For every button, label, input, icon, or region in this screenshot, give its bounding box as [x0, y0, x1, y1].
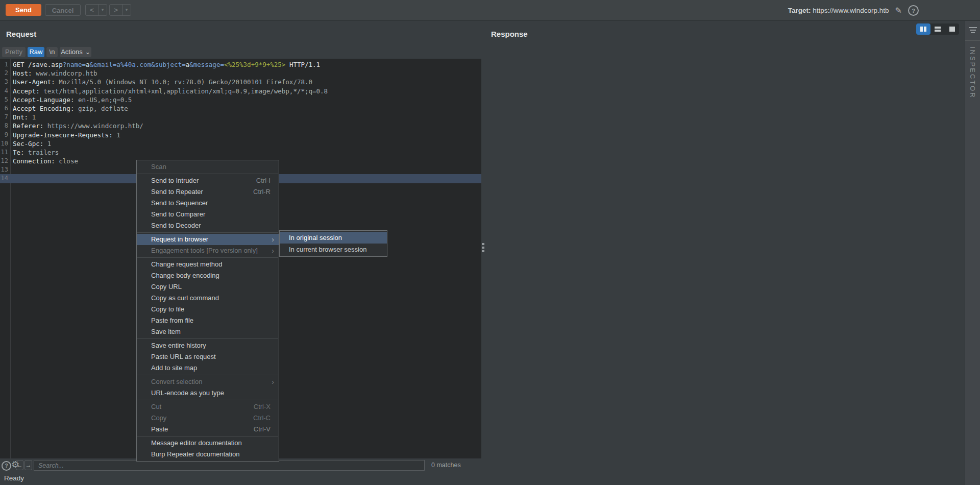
- burp-repeater-window: Send Cancel < ▾ > ▾ Target: https://www.…: [0, 0, 980, 485]
- code-text: Te: trailers: [10, 148, 59, 157]
- panel-splitter-handle[interactable]: [482, 243, 484, 252]
- code-text: Accept-Encoding: gzip, deflate: [10, 104, 128, 113]
- request-in-browser-submenu: In original sessionIn current browser se…: [279, 230, 387, 257]
- line-number: 12: [0, 157, 10, 165]
- code-line[interactable]: 1GET /save.asp?name=a&email=a%40a.com&su…: [0, 60, 481, 69]
- menu-item-save-entire-history[interactable]: Save entire history: [137, 340, 279, 351]
- menu-item-burp-repeater-documentation[interactable]: Burp Repeater documentation: [137, 449, 279, 460]
- help-icon[interactable]: ?: [908, 5, 919, 16]
- code-line[interactable]: 7Dnt: 1: [0, 113, 481, 122]
- menu-item-send-to-comparer[interactable]: Send to Comparer: [137, 209, 279, 220]
- menu-item-label: Request in browser: [151, 235, 208, 243]
- code-text: Referer: https://www.windcorp.htb/: [10, 122, 143, 130]
- code-text: GET /save.asp?name=a&email=a%40a.com&sub…: [10, 60, 320, 69]
- rows-layout-icon: [935, 27, 941, 32]
- actions-label: Actions: [61, 47, 83, 57]
- code-text: Host: www.windcorp.htb: [10, 69, 97, 78]
- code-line[interactable]: 6Accept-Encoding: gzip, deflate: [0, 104, 481, 113]
- tab-linebreaks[interactable]: \n: [46, 47, 58, 57]
- menu-separator: [137, 375, 278, 375]
- menu-separator: [137, 257, 278, 258]
- menu-item-message-editor-documentation[interactable]: Message editor documentation: [137, 438, 279, 449]
- layout-columns-button[interactable]: [916, 23, 930, 35]
- menu-item-change-request-method[interactable]: Change request method: [137, 259, 279, 270]
- line-number: 10: [0, 139, 10, 148]
- menu-item-label: Cut: [151, 403, 161, 410]
- menu-item-add-to-site-map[interactable]: Add to site map: [137, 362, 279, 374]
- menu-item-send-to-repeater[interactable]: Send to RepeaterCtrl-R: [137, 186, 279, 198]
- menu-item-copy-as-curl-command[interactable]: Copy as curl command: [137, 293, 279, 304]
- menu-item-label: Copy URL: [151, 283, 182, 290]
- menu-item-send-to-sequencer[interactable]: Send to Sequencer: [137, 198, 279, 209]
- tab-pretty[interactable]: Pretty: [2, 47, 26, 57]
- history-forward-split-button[interactable]: > ▾: [109, 4, 131, 16]
- search-previous-button[interactable]: ←: [16, 460, 23, 470]
- menu-item-copy-to-file[interactable]: Copy to file: [137, 304, 279, 315]
- menu-item-request-in-browser[interactable]: Request in browser›: [137, 234, 279, 245]
- code-line[interactable]: 5Accept-Language: en-US,en;q=0.5: [0, 95, 481, 104]
- code-line[interactable]: 2Host: www.windcorp.htb: [0, 69, 481, 78]
- menu-item-change-body-encoding[interactable]: Change body encoding: [137, 270, 279, 281]
- layout-rows-button[interactable]: [930, 23, 945, 35]
- menu-item-label: Save item: [151, 328, 181, 335]
- code-text: [10, 165, 13, 174]
- line-number: 7: [0, 113, 10, 122]
- code-text: Sec-Gpc: 1: [10, 139, 51, 148]
- back-dropdown-icon[interactable]: ▾: [98, 5, 107, 15]
- menu-item-copy: CopyCtrl-C: [137, 413, 279, 424]
- layout-single-button[interactable]: [945, 23, 959, 35]
- menu-item-send-to-decoder[interactable]: Send to Decoder: [137, 220, 279, 231]
- search-next-button[interactable]: →: [24, 460, 32, 470]
- line-number: 3: [0, 78, 10, 86]
- line-number: 4: [0, 87, 10, 95]
- forward-dropdown-icon[interactable]: ▾: [122, 5, 131, 15]
- line-number: 14: [0, 174, 10, 183]
- menu-item-shortcut: Ctrl-X: [254, 401, 271, 413]
- menu-item-label: URL-encode as you type: [151, 389, 224, 397]
- menu-item-in-current-browser-session[interactable]: In current browser session: [280, 244, 387, 255]
- code-text: Accept: text/html,application/xhtml+xml,…: [10, 87, 328, 95]
- menu-item-shortcut: Ctrl-C: [253, 413, 271, 424]
- menu-item-paste-url-as-request[interactable]: Paste URL as request: [137, 351, 279, 362]
- forward-arrow-icon[interactable]: >: [110, 5, 122, 15]
- menu-item-paste[interactable]: PasteCtrl-V: [137, 424, 279, 435]
- chevron-down-icon: ⌄: [85, 50, 90, 55]
- code-line[interactable]: 3User-Agent: Mozilla/5.0 (Windows NT 10.…: [0, 78, 481, 86]
- actions-dropdown-button[interactable]: Actions ⌄: [60, 47, 91, 57]
- menu-item-label: Scan: [151, 163, 166, 171]
- menu-item-send-to-intruder[interactable]: Send to IntruderCtrl-I: [137, 175, 279, 186]
- menu-item-copy-url[interactable]: Copy URL: [137, 281, 279, 293]
- menu-item-label: In original session: [289, 234, 342, 241]
- code-line[interactable]: 11Te: trailers: [0, 148, 481, 157]
- status-text: Ready: [4, 474, 24, 482]
- menu-separator: [137, 338, 278, 339]
- submenu-arrow-icon: ›: [272, 376, 274, 387]
- search-help-icon[interactable]: ?: [2, 461, 11, 471]
- code-text: Dnt: 1: [10, 113, 36, 122]
- inspector-sidebar: INSPECTOR: [965, 21, 980, 485]
- menu-item-url-encode-as-you-type[interactable]: URL-encode as you type: [137, 387, 279, 399]
- line-number: 13: [0, 165, 10, 174]
- history-back-split-button[interactable]: < ▾: [85, 4, 107, 16]
- code-line[interactable]: 9Upgrade-Insecure-Requests: 1: [0, 131, 481, 139]
- code-line[interactable]: 8Referer: https://www.windcorp.htb/: [0, 122, 481, 130]
- back-arrow-icon[interactable]: <: [86, 5, 98, 15]
- code-line[interactable]: 4Accept: text/html,application/xhtml+xml…: [0, 87, 481, 95]
- edit-target-icon[interactable]: ✎: [895, 6, 902, 15]
- line-number: 5: [0, 95, 10, 104]
- menu-item-paste-from-file[interactable]: Paste from file: [137, 315, 279, 326]
- tab-raw[interactable]: Raw: [28, 47, 44, 57]
- inspector-tab[interactable]: INSPECTOR: [969, 46, 976, 99]
- menu-item-label: Send to Sequencer: [151, 199, 208, 207]
- menu-item-label: Change body encoding: [151, 272, 219, 279]
- menu-item-label: In current browser session: [289, 246, 366, 253]
- inspector-collapse-icon[interactable]: [965, 27, 980, 33]
- menu-item-in-original-session[interactable]: In original session: [280, 232, 387, 244]
- menu-item-save-item[interactable]: Save item: [137, 326, 279, 337]
- sidebar-divider: [965, 40, 980, 41]
- send-button[interactable]: Send: [6, 4, 41, 16]
- search-input[interactable]: [34, 460, 425, 471]
- menu-item-convert-selection: Convert selection›: [137, 376, 279, 387]
- code-line[interactable]: 10Sec-Gpc: 1: [0, 139, 481, 148]
- menu-separator: [137, 232, 278, 233]
